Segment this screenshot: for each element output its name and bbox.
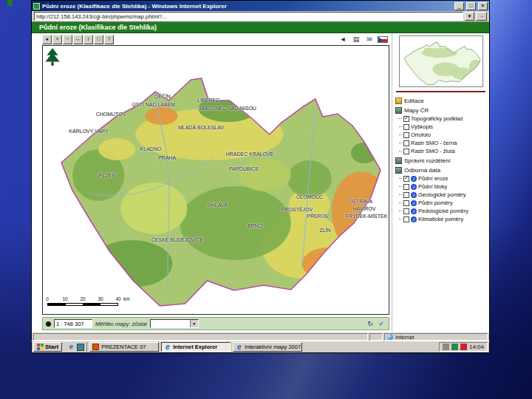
task-button[interactable]: eInteraktivní mapy 2007... [233, 342, 302, 352]
select-tool[interactable]: □ [94, 35, 103, 44]
status-message-panel [33, 333, 368, 341]
layer-checkbox[interactable] [403, 184, 409, 190]
layer-label: Půdní poměry [418, 200, 453, 206]
layer-label: Klimatické poměry [418, 216, 463, 222]
layer-checkbox[interactable] [403, 216, 409, 222]
slide-background: Půdní eroze (Klasifikace dle Stehlíka) -… [0, 0, 532, 399]
start-label: Start [45, 344, 58, 350]
layer-label: Rastr SMO - černá [411, 140, 457, 146]
map-viewport[interactable]: DĚČÍNÚSTÍ NAD LABEMLIBERECJABLONEC NAD N… [42, 45, 389, 315]
ie-quicklaunch-icon[interactable]: e [66, 343, 75, 352]
identify-tool[interactable]: i [83, 35, 93, 44]
apply-icon[interactable]: ✓ [377, 319, 386, 328]
layer-checkbox[interactable] [403, 176, 409, 182]
city-label: JIHLAVA [207, 202, 227, 208]
zoom-out-tool[interactable]: − [63, 35, 72, 44]
go-button[interactable]: → [476, 12, 487, 21]
city-label: ÚSTÍ NAD LABEM [132, 102, 175, 107]
city-label: KARLOVY VARY [69, 129, 108, 134]
layer-label: Pedologické poměry [418, 208, 468, 214]
edit-icon [395, 98, 402, 104]
city-label: PARDUBICE [229, 166, 259, 171]
marker-icon [46, 321, 51, 327]
layer-row: iPůdní eroze [399, 174, 486, 183]
city-label: LIBEREC [197, 98, 219, 103]
volume-tray-icon [443, 344, 449, 350]
slide-artifact [7, 0, 13, 6]
help-tool[interactable]: ? [104, 35, 114, 44]
close-button[interactable]: ✕ [478, 2, 488, 10]
layer-row: iPedologické poměry [399, 207, 486, 215]
info-icon[interactable]: i [411, 200, 417, 206]
mail-icon[interactable]: ✉ [364, 35, 375, 44]
layer-row: iPůdní bloky [399, 183, 486, 191]
chevron-down-icon: ▼ [190, 320, 198, 327]
layer-checkbox[interactable] [403, 116, 409, 122]
start-button[interactable]: Start [33, 342, 62, 352]
overview-map[interactable] [399, 35, 483, 87]
info-icon[interactable]: i [411, 208, 417, 214]
layer-checkbox[interactable] [403, 208, 409, 214]
page-title: Půdní eroze (Klasifikace dle Stehlíka) [39, 24, 157, 31]
address-dropdown-icon[interactable]: ▼ [465, 12, 474, 21]
info-icon[interactable]: i [411, 176, 417, 182]
status-progress-panel [369, 333, 383, 341]
maximize-button[interactable]: □ [466, 2, 476, 10]
language-flag-icon[interactable] [378, 36, 388, 43]
layer-group-label: Správní rozdělení [404, 157, 451, 164]
city-label: ZLÍN [319, 228, 330, 233]
layer-row: iPůdní poměry [399, 199, 486, 207]
taskbar: Start e PREZENTACE 07eInternet Explorere… [31, 341, 490, 353]
layer-row: iKlimatické poměry [399, 215, 486, 223]
address-input[interactable]: http://212.158.143.243/cgi-bin/phpwms/ma… [34, 12, 463, 21]
layer-label: Výškopis [411, 123, 433, 130]
city-label: ČESKÉ BUDĚJOVICE [151, 237, 203, 242]
task-label: PREZENTACE 07 [101, 344, 146, 350]
layer-checkbox[interactable] [403, 132, 409, 138]
layer-checkbox[interactable] [403, 200, 409, 206]
info-icon[interactable]: i [411, 184, 417, 190]
layer-checkbox[interactable] [403, 140, 409, 146]
layer-checkbox[interactable] [403, 124, 409, 130]
scale-mode-select[interactable]: ▼ [150, 319, 199, 328]
title-bar[interactable]: Půdní eroze (Klasifikace dle Stehlíka) -… [32, 1, 489, 11]
print-icon[interactable]: ▤ [351, 35, 361, 44]
scalebar-line [47, 303, 118, 306]
pan-tool[interactable]: ↔ [73, 35, 83, 44]
task-button[interactable]: PREZENTACE 07 [89, 342, 159, 352]
task-label: Interaktivní mapy 2007... [245, 344, 302, 350]
info-icon[interactable]: i [411, 192, 417, 198]
city-label: PROSTĚJOV [282, 207, 313, 212]
address-url: http://212.158.143.243/cgi-bin/phpwms/ma… [36, 13, 167, 20]
layer-row: iGeologické poměry [399, 191, 486, 199]
window-icon [33, 3, 40, 10]
layer-checkbox[interactable] [403, 192, 409, 198]
city-label: HAVÍŘOV [353, 206, 376, 211]
info-icon[interactable]: i [411, 216, 417, 222]
minimize-button[interactable]: _ [454, 2, 464, 10]
ie-icon: e [164, 344, 171, 350]
city-label: OLOMOUC [296, 194, 323, 200]
zoom-in-tool[interactable]: + [52, 35, 62, 44]
layer-group-editace[interactable]: Editace [395, 96, 486, 105]
task-button[interactable]: eInternet Explorer [161, 342, 231, 352]
layer-group-children: Topografický podkladVýškopisOrtofotoRast… [399, 115, 486, 155]
control-bar-icons: ↻✓ [366, 319, 386, 328]
refresh-icon[interactable]: ↻ [366, 319, 375, 328]
layer-group-mapy-r[interactable]: Mapy ČR [395, 106, 486, 115]
back-icon[interactable]: ◄ [338, 35, 348, 44]
layer-group-odborn-data[interactable]: Odborná data [395, 166, 486, 174]
antivirus-tray-icon [460, 344, 467, 350]
full-extent-tool[interactable]: ● [42, 35, 52, 44]
layer-checkbox[interactable] [403, 149, 409, 154]
map-tools: ●+−↔i□? [42, 35, 114, 44]
city-label: HRADEC KRÁLOVÉ [226, 151, 274, 157]
city-label: PLZEŇ [99, 173, 116, 178]
scale-input[interactable] [54, 319, 92, 328]
clock: 14:04 [469, 344, 484, 350]
layer-group-spr-vn-rozd-len-[interactable]: Správní rozdělení [395, 156, 486, 165]
layer-label: Rastr SMO - žlutá [411, 148, 455, 154]
overview-map-image [400, 36, 482, 86]
show-desktop-icon[interactable] [77, 344, 84, 351]
sidebar: EditaceMapy ČRTopografický podkladVýškop… [392, 33, 489, 332]
